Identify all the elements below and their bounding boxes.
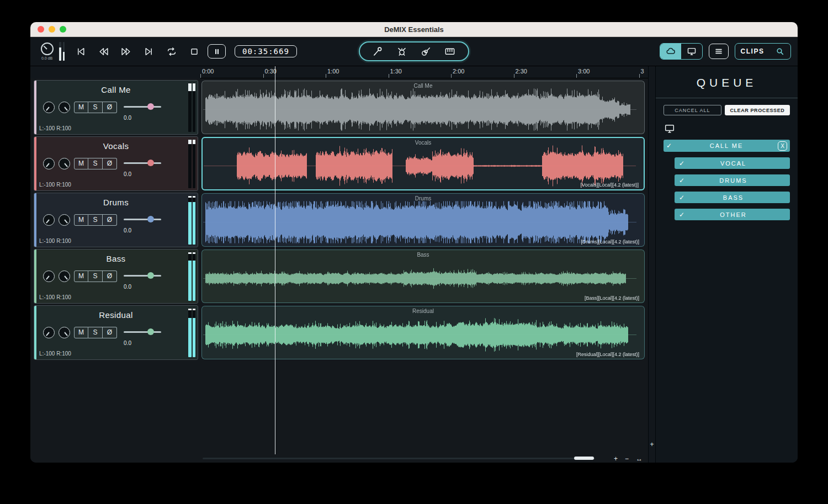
phase-button[interactable]: Ø xyxy=(103,327,117,338)
queue-stem-list: ✓ VOCAL ✓ DRUMS ✓ BASS ✓ xyxy=(675,157,790,220)
mute-button[interactable]: M xyxy=(74,158,88,169)
audio-clip[interactable]: Call Me xyxy=(201,81,645,134)
mute-button[interactable]: M xyxy=(74,102,88,113)
check-icon: ✓ xyxy=(679,194,684,201)
pan-range-label: L:-100 R:100 xyxy=(39,125,71,131)
guitar-button[interactable] xyxy=(420,46,431,56)
solo-button[interactable]: S xyxy=(88,270,103,282)
track-header[interactable]: Drums M S Ø xyxy=(34,193,198,247)
queue-divider xyxy=(656,98,798,98)
solo-button[interactable]: S xyxy=(88,102,103,113)
volume-slider[interactable] xyxy=(124,157,161,170)
slider-track xyxy=(124,331,161,333)
monitor-button[interactable] xyxy=(681,44,702,59)
audio-clip[interactable]: Residual [Residual][Local][4.2 (latest)] xyxy=(201,306,645,359)
track-meter xyxy=(188,308,195,357)
stop-icon xyxy=(189,47,199,56)
volume-slider[interactable] xyxy=(124,213,161,226)
track-header[interactable]: Vocals M S Ø xyxy=(34,136,198,191)
local-processing-indicator xyxy=(664,124,677,136)
pan-knob-right[interactable] xyxy=(59,327,70,338)
slider-handle[interactable] xyxy=(147,160,154,166)
pan-knob-left[interactable] xyxy=(43,214,55,226)
vertical-zoom-in-button[interactable]: + xyxy=(649,441,655,448)
phase-button[interactable]: Ø xyxy=(103,270,117,282)
close-window-button[interactable] xyxy=(38,26,44,33)
knob-indicator xyxy=(46,163,50,167)
slider-handle[interactable] xyxy=(147,216,154,222)
playhead[interactable] xyxy=(275,66,276,454)
slider-handle[interactable] xyxy=(147,272,154,279)
cancel-all-button[interactable]: CANCEL ALL xyxy=(664,105,721,115)
search-button[interactable] xyxy=(769,44,790,59)
master-gain-knob[interactable] xyxy=(41,43,54,55)
pan-knob-right[interactable] xyxy=(59,270,70,282)
check-icon: ✓ xyxy=(679,211,684,219)
queue-stem-row[interactable]: ✓ OTHER xyxy=(675,209,790,220)
drums-button[interactable] xyxy=(396,46,408,56)
skip-start-button[interactable] xyxy=(70,43,92,60)
queue-job-row[interactable]: ✓ CALL ME X xyxy=(664,140,790,152)
menu-button[interactable] xyxy=(709,44,729,59)
track-header[interactable]: Call Me M S Ø xyxy=(34,80,198,135)
fast-forward-button[interactable] xyxy=(115,43,137,60)
cloud-button[interactable] xyxy=(660,44,681,59)
zoom-out-button[interactable]: − xyxy=(625,455,629,462)
rewind-button[interactable] xyxy=(93,43,114,60)
pan-knob-left[interactable] xyxy=(43,270,55,282)
track-header[interactable]: Residual M S Ø xyxy=(34,305,198,360)
volume-slider[interactable] xyxy=(124,100,161,114)
audio-clip[interactable]: Vocals [Vocals][Local][4.2 (latest)] xyxy=(201,137,645,190)
pan-knob-left[interactable] xyxy=(43,327,55,338)
zoom-in-button[interactable]: + xyxy=(614,455,618,462)
pause-button[interactable] xyxy=(208,44,226,59)
scrollbar-thumb[interactable] xyxy=(574,457,594,460)
pan-knob-left[interactable] xyxy=(43,158,55,169)
solo-button[interactable]: S xyxy=(88,327,103,338)
track-header[interactable]: Bass M S Ø xyxy=(34,249,198,304)
processing-target-switch xyxy=(660,43,703,60)
remove-job-button[interactable]: X xyxy=(778,141,787,151)
master-gain: 0.0 dB xyxy=(37,43,57,60)
piano-button[interactable] xyxy=(444,46,456,56)
clear-processed-button[interactable]: CLEAR PROCESSED xyxy=(725,105,790,115)
titlebar: DeMIX Essentials xyxy=(30,22,798,37)
timeline-ruler[interactable]: 0:000:301:001:302:002:303:003 xyxy=(200,66,648,78)
zoom-window-button[interactable] xyxy=(60,26,66,33)
pan-knob-right[interactable] xyxy=(59,158,70,169)
pan-knob-right[interactable] xyxy=(59,214,70,226)
mute-button[interactable]: M xyxy=(74,327,88,338)
queue-stem-row[interactable]: ✓ VOCAL xyxy=(675,157,790,169)
track-lane: Bass [Bass][Local][4.2 (latest)] xyxy=(200,249,648,304)
volume-slider[interactable] xyxy=(124,269,161,283)
audio-clip[interactable]: Bass [Bass][Local][4.2 (latest)] xyxy=(201,250,645,303)
master-gain-value: 0.0 dB xyxy=(41,56,52,60)
track-name: Call Me xyxy=(34,85,198,94)
pan-knob-left[interactable] xyxy=(43,102,55,113)
phase-button[interactable]: Ø xyxy=(103,214,117,226)
mute-button[interactable]: M xyxy=(74,214,88,226)
slider-handle[interactable] xyxy=(147,328,154,335)
queue-stem-row[interactable]: ✓ BASS xyxy=(675,192,790,203)
skip-end-button[interactable] xyxy=(138,43,160,60)
queue-stem-row[interactable]: ✓ DRUMS xyxy=(675,174,790,186)
stop-button[interactable] xyxy=(183,43,205,60)
audio-clip[interactable]: Drums [Drums][Local][4.2 (latest)] xyxy=(201,193,645,247)
minimize-window-button[interactable] xyxy=(49,26,55,33)
mute-button[interactable]: M xyxy=(74,270,88,282)
zoom-fit-button[interactable]: ↔ xyxy=(636,455,643,462)
clips-button[interactable]: CLIPS xyxy=(735,44,769,59)
horizontal-scroll-bar: + − ↔ xyxy=(200,454,648,463)
slider-handle[interactable] xyxy=(147,103,154,110)
solo-button[interactable]: S xyxy=(88,214,103,226)
pan-knob-right[interactable] xyxy=(59,102,70,113)
transport-controls xyxy=(70,43,226,60)
microphone-button[interactable] xyxy=(372,46,383,56)
phase-button[interactable]: Ø xyxy=(103,158,117,169)
meter-bar-right xyxy=(193,83,196,132)
solo-button[interactable]: S xyxy=(88,158,103,169)
scrollbar-track[interactable] xyxy=(203,458,595,459)
loop-button[interactable] xyxy=(161,43,182,60)
phase-button[interactable]: Ø xyxy=(103,102,117,113)
volume-slider[interactable] xyxy=(124,326,161,339)
